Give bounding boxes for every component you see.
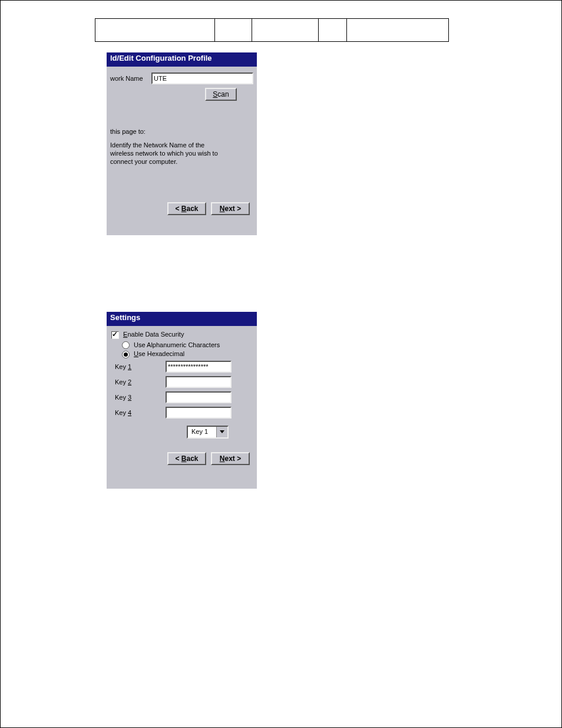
key2-row: Key 2	[115, 376, 253, 388]
key3-row: Key 3	[115, 391, 253, 403]
header-cell	[215, 19, 252, 42]
alpha-radio[interactable]	[122, 341, 130, 349]
enable-security-checkbox[interactable]	[111, 331, 119, 339]
enable-security-label: Enable Data Security	[123, 331, 184, 338]
key4-row: Key 4	[115, 407, 253, 419]
key4-input[interactable]	[166, 407, 232, 419]
header-cell	[252, 19, 319, 42]
alpha-option-row: Use Alphanumeric Characters	[122, 341, 253, 350]
key-select-row: Key 1	[187, 426, 253, 439]
scan-button[interactable]: Scan	[205, 88, 237, 101]
dialog-body: Enable Data Security Use Alphanumeric Ch…	[107, 326, 257, 444]
section-heading: this page to:	[110, 128, 253, 135]
header-cell	[95, 19, 215, 42]
next-post: ext >	[224, 454, 241, 463]
key1-label: Key 1	[115, 363, 166, 370]
key1-row: Key 1	[115, 361, 253, 373]
enable-security-row: Enable Data Security	[111, 331, 253, 339]
header-cell	[347, 19, 449, 42]
wizard-buttons: < Back Next >	[167, 452, 250, 465]
back-button[interactable]: < Back	[167, 452, 206, 465]
dialog-body: work Name Scan this page to: Identify th…	[107, 67, 257, 172]
chevron-down-icon[interactable]	[216, 427, 227, 437]
key2-input[interactable]	[166, 376, 232, 388]
key3-label: Key 3	[115, 394, 166, 401]
back-post: ack	[186, 454, 198, 463]
header-table	[95, 18, 449, 42]
key2-label: Key 2	[115, 378, 166, 386]
back-pre: <	[175, 205, 181, 213]
hex-radio[interactable]	[122, 351, 130, 358]
key-select-combo[interactable]: Key 1	[187, 426, 229, 439]
settings-dialog: Settings Enable Data Security Use Alphan…	[107, 312, 257, 489]
key3-input[interactable]	[166, 391, 232, 403]
header-cell	[319, 19, 347, 42]
alpha-radio-label: Use Alphanumeric Characters	[134, 341, 220, 348]
key-select-value: Key 1	[188, 427, 216, 437]
back-pre: <	[175, 454, 181, 463]
network-name-input[interactable]	[151, 73, 253, 84]
next-button[interactable]: Next >	[211, 452, 250, 465]
network-name-row: work Name	[110, 70, 253, 84]
back-post: ack	[186, 205, 198, 213]
triangle-icon	[220, 430, 224, 433]
dialog-titlebar: Settings	[107, 312, 257, 326]
hex-radio-label: Use Hexadecimal	[134, 350, 184, 357]
dialog-titlebar: ld/Edit Configuration Profile	[107, 52, 257, 67]
section-description: Identify the Network Name of the wireles…	[110, 141, 225, 166]
next-post: ext >	[224, 205, 241, 213]
scan-rest: can	[217, 90, 229, 98]
hex-option-row: Use Hexadecimal	[122, 350, 253, 358]
key1-input[interactable]	[166, 361, 232, 373]
config-profile-dialog: ld/Edit Configuration Profile work Name …	[107, 52, 257, 235]
wizard-buttons: < Back Next >	[167, 202, 250, 215]
back-button[interactable]: < Back	[167, 202, 206, 215]
network-name-label: work Name	[110, 75, 146, 82]
page: ld/Edit Configuration Profile work Name …	[0, 0, 562, 728]
next-button[interactable]: Next >	[211, 202, 250, 215]
key4-label: Key 4	[115, 409, 166, 416]
